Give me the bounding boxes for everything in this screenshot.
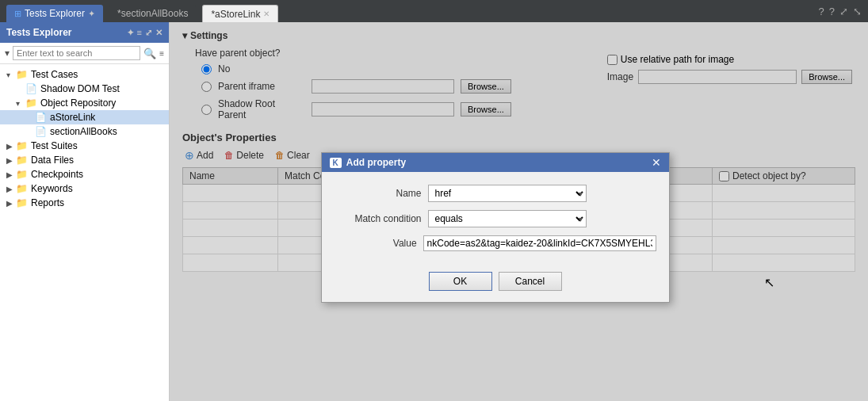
modal-match-label: Match condition [335,213,422,224]
modal-value-label: Value [335,238,417,249]
modal-match-select[interactable]: equals contains starts with ends with ma… [428,210,587,227]
folder-icon: 📁 [16,197,29,208]
modal-titlebar: K Add property ✕ [322,153,669,172]
folder-icon: 📁 [16,69,29,80]
sidebar-header-icons: ✦ ≡ ⤢ ✕ [127,28,163,38]
pin-icon[interactable]: ✦ [88,9,95,19]
folder-icon: 📁 [16,140,29,151]
main-layout: Tests Explorer ✦ ≡ ⤢ ✕ ▾ 🔍 ≡ ▾ 📁 Test Ca… [0,22,868,401]
help-icon-1[interactable]: ? [819,6,824,17]
ok-button[interactable]: OK [429,272,492,291]
sidebar-item-data-files[interactable]: ▶ 📁 Data Files [0,153,169,167]
top-bar: ⊞ Tests Explorer ✦ *sectionAllBooks *aSt… [0,0,868,22]
expand-arrow: ▶ [6,156,16,165]
help-icon-2[interactable]: ? [829,6,835,17]
sidebar-close-icon[interactable]: ✕ [155,28,163,38]
expand-arrow: ▾ [16,99,25,108]
file-icon: 📄 [35,126,48,137]
sidebar-item-sectionAllBooks[interactable]: 📄 sectionAllBooks [0,124,169,139]
sidebar-pin-icon[interactable]: ✦ [127,28,134,38]
modal-name-select[interactable]: href id class name xpath css [428,185,587,202]
sidebar-item-label: Object Repository [40,97,116,109]
close-tab-icon[interactable]: ✕ [263,10,270,18]
file-icon: 📄 [25,83,38,94]
sidebar-item-object-repo[interactable]: ▾ 📁 Object Repository [0,96,169,110]
modal-body: Name href id class name xpath css ▾ [322,172,669,265]
folder-icon: 📁 [16,183,29,194]
tab-sectionAllBooks-label: *sectionAllBooks [117,8,188,19]
tab-aStoreLink-label: *aStoreLink [211,9,260,20]
cancel-button[interactable]: Cancel [499,272,562,291]
tab-sectionAllBooks[interactable]: *sectionAllBooks [109,5,196,22]
sidebar-search-bar: ▾ 🔍 ≡ [0,43,169,64]
content-area: ▾ Settings Have parent object? No Parent… [170,22,868,401]
sidebar-item-aStoreLink[interactable]: 📄 aStoreLink [0,110,169,124]
sidebar: Tests Explorer ✦ ≡ ⤢ ✕ ▾ 🔍 ≡ ▾ 📁 Test Ca… [0,22,170,401]
search-input[interactable] [13,46,140,60]
sidebar-item-reports[interactable]: ▶ 📁 Reports [0,196,169,210]
expand-arrow: ▶ [6,170,16,179]
modal-value-input[interactable] [423,235,656,251]
modal-match-row: Match condition equals contains starts w… [335,210,656,227]
folder-icon: 📁 [25,97,38,109]
top-right-icons: ? ? ⤢ ⤡ [819,6,862,17]
restore-icon[interactable]: ⤡ [853,6,862,17]
app-icon: ⊞ [14,9,21,19]
modal-name-row: Name href id class name xpath css ▾ [335,185,656,202]
expand-arrow: ▶ [6,199,16,208]
sidebar-item-shadow-dom[interactable]: 📄 Shadow DOM Test [0,82,169,96]
folder-icon: 📁 [16,155,29,166]
sidebar-item-label: aStoreLink [50,112,95,123]
sidebar-menu-icon[interactable]: ≡ [137,28,142,38]
modal-title: Add property [346,157,406,168]
sidebar-item-test-cases[interactable]: ▾ 📁 Test Cases [0,67,169,82]
sidebar-item-label: Test Suites [31,140,78,151]
app-title-tab: ⊞ Tests Explorer ✦ [6,5,103,22]
modal-name-label: Name [335,188,422,199]
modal-close-button[interactable]: ✕ [652,157,661,168]
sidebar-title: Tests Explorer [6,27,71,38]
search-options-button[interactable]: ≡ [159,49,164,58]
sidebar-item-label: Shadow DOM Test [40,83,120,94]
sidebar-item-keywords[interactable]: ▶ 📁 Keywords [0,181,169,196]
sidebar-header: Tests Explorer ✦ ≡ ⤢ ✕ [0,22,169,43]
maximize-icon[interactable]: ⤢ [839,6,848,17]
expand-arrow: ▶ [6,142,16,151]
search-button[interactable]: 🔍 [143,48,156,59]
add-property-modal: K Add property ✕ Name href id class name… [321,152,670,303]
sidebar-item-label: Keywords [31,183,73,194]
expand-arrow: ▾ [6,71,16,79]
sidebar-item-test-suites[interactable]: ▶ 📁 Test Suites [0,139,169,153]
sidebar-item-label: Checkpoints [31,169,83,180]
modal-icon: K [330,158,342,168]
modal-value-row: Value [335,235,656,251]
sidebar-tree: ▾ 📁 Test Cases 📄 Shadow DOM Test ▾ 📁 Obj… [0,64,169,401]
sidebar-item-label: Reports [31,197,64,208]
sidebar-item-checkpoints[interactable]: ▶ 📁 Checkpoints [0,167,169,181]
sidebar-expand-icon[interactable]: ⤢ [145,28,152,38]
sidebar-item-label: Test Cases [31,69,78,80]
modal-overlay: K Add property ✕ Name href id class name… [170,22,868,401]
expand-arrow: ▶ [6,185,16,193]
file-icon: 📄 [35,112,48,123]
modal-footer: OK Cancel [322,265,669,302]
tab-aStoreLink[interactable]: *aStoreLink ✕ [202,5,278,22]
folder-icon: 📁 [16,169,29,180]
app-title-label: Tests Explorer [25,8,85,19]
sidebar-dropdown-icon[interactable]: ▾ [5,48,10,59]
sidebar-item-label: sectionAllBooks [50,126,117,137]
sidebar-item-label: Data Files [31,155,74,166]
